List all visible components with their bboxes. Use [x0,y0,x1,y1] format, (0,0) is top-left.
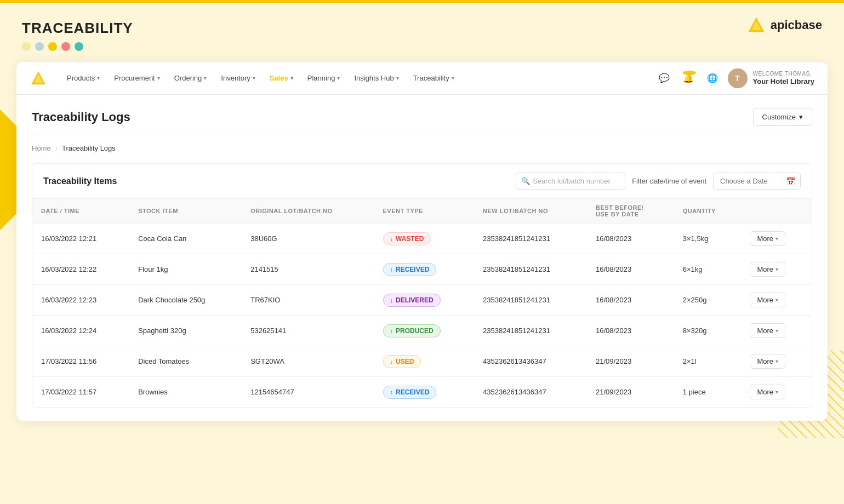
event-badge-4: ↓ USED [383,355,421,368]
cell-best-before-5: 21/09/2023 [587,377,674,408]
col-actions [741,199,812,224]
cell-quantity-5: 1 piece [674,377,742,408]
cell-quantity-3: 8×320g [674,316,742,346]
search-input[interactable] [516,173,625,190]
table-header-row: Traceability Items 🔍 Filter date/time of… [32,164,812,199]
col-new-lot: NEW LOT/BATCH NO [474,199,587,224]
date-input[interactable] [713,173,801,190]
notification-badge [683,71,696,75]
cell-event-type-5: ↑ RECEIVED [374,377,474,408]
badge-arrow-3: ↑ [390,328,394,334]
dot-1 [22,42,31,51]
more-button-1[interactable]: More ▾ [750,262,785,277]
col-original-lot: ORIGINAL LOT/BATCH NO [242,199,374,224]
cell-original-lot-0: 38U60G [242,224,374,254]
nav-item-insights-hub[interactable]: Insights Hub ▾ [347,70,405,87]
more-label-0: More [757,234,773,243]
more-chevron-3: ▾ [775,328,778,334]
nav-logo-icon [30,70,47,87]
event-badge-5: ↑ RECEIVED [383,386,437,399]
nav-label-sales: Sales [270,74,288,82]
cell-best-before-1: 16/08/2023 [587,254,674,285]
nav-label-procurement: Procurement [114,74,155,82]
table-head: DATE / TIME STOCK ITEM ORIGINAL LOT/BATC… [32,199,812,224]
nav-item-ordering[interactable]: Ordering ▾ [168,70,214,87]
more-button-0[interactable]: More ▾ [750,231,785,246]
col-quantity: QUANTITY [674,199,742,224]
customize-chevron: ▾ [799,113,803,121]
event-badge-2: ↓ DELIVERED [383,294,441,307]
more-label-1: More [757,265,773,273]
apicbase-brand-name: apicbase [771,18,822,32]
cell-date-time-4: 17/03/2022 11:56 [32,346,129,377]
cell-original-lot-5: 12154654747 [242,377,374,408]
customize-button[interactable]: Customize ▾ [753,108,812,126]
cell-event-type-3: ↑ PRODUCED [374,316,474,346]
event-badge-0: ↓ WASTED [383,232,431,245]
user-info[interactable]: T WELCOME THOMAS, Your Hotel Library [728,68,814,88]
dot-5 [75,42,83,51]
cell-more-1: More ▾ [741,254,812,285]
cell-more-3: More ▾ [741,316,812,346]
nav-right: 💬 🔔 🌐 T WELCOME THOMAS, Your Hotel Libra… [655,68,814,88]
dot-4 [61,42,70,51]
cell-more-4: More ▾ [741,346,812,377]
more-label-3: More [757,327,773,335]
apicbase-logo-icon [746,15,766,35]
more-button-3[interactable]: More ▾ [750,323,785,338]
nav-item-inventory[interactable]: Inventory ▾ [214,70,261,87]
badge-arrow-2: ↓ [390,297,394,303]
nav-item-procurement[interactable]: Procurement ▾ [107,70,166,87]
more-button-5[interactable]: More ▾ [750,385,785,399]
breadcrumb-current: Traceability Logs [62,144,116,152]
globe-icon: 🌐 [707,73,718,83]
cell-quantity-0: 3×1,5kg [674,224,742,254]
cell-date-time-3: 16/03/2022 12:24 [32,316,129,346]
customize-label: Customize [762,113,796,121]
cell-original-lot-4: SGT20WA [242,346,374,377]
chevron-inventory: ▾ [253,75,255,81]
chat-icon-btn[interactable]: 💬 [655,70,673,87]
table-header-row-cols: DATE / TIME STOCK ITEM ORIGINAL LOT/BATC… [32,199,812,224]
search-icon: 🔍 [521,177,530,185]
cell-quantity-4: 2×1l [674,346,742,377]
nav-label-planning: Planning [307,74,335,82]
page-header: TRACEABILITY [0,3,844,62]
cell-stock-item-2: Dark Chocolate 250g [129,285,242,316]
table-row: 17/03/2022 11:56 Diced Tomatoes SGT20WA … [32,346,812,377]
more-button-2[interactable]: More ▾ [750,293,785,307]
chevron-products: ▾ [97,75,100,81]
chevron-sales: ▾ [290,75,293,81]
dot-3 [48,42,57,51]
main-card: Products ▾ Procurement ▾ Ordering ▾ Inve… [16,62,828,421]
badge-arrow-5: ↑ [390,389,394,396]
cell-date-time-5: 17/03/2022 11:57 [32,377,129,408]
nav-item-sales[interactable]: Sales ▾ [263,70,300,87]
nav-item-traceability[interactable]: Traceability ▾ [407,70,461,87]
more-button-4[interactable]: More ▾ [750,354,785,369]
cell-quantity-1: 6×1kg [674,254,742,285]
cell-stock-item-1: Flour 1kg [129,254,242,285]
globe-icon-btn[interactable]: 🌐 [704,70,721,87]
cell-event-type-1: ↑ RECEIVED [374,254,474,285]
date-input-wrap: 📅 [713,173,801,190]
chevron-insights-hub: ▾ [396,75,399,81]
nav-item-products[interactable]: Products ▾ [60,70,106,87]
cell-best-before-2: 16/08/2023 [587,285,674,316]
nav-item-planning[interactable]: Planning ▾ [301,70,347,87]
cell-stock-item-4: Diced Tomatoes [129,346,242,377]
notification-icon-btn[interactable]: 🔔 [680,70,697,87]
cell-new-lot-3: 23538241851241231 [474,316,587,346]
cell-stock-item-3: Spaghetti 320g [129,316,242,346]
badge-arrow-1: ↑ [390,266,394,273]
page-content: Traceability Logs Customize ▾ Home › Tra… [16,95,828,421]
cell-quantity-2: 2×250g [674,285,742,316]
page-heading: Traceability Logs [32,110,130,124]
cell-stock-item-5: Brownies [129,377,242,408]
cell-more-5: More ▾ [741,377,812,408]
cell-new-lot-5: 4352362613436347 [474,377,587,408]
breadcrumb-home[interactable]: Home [32,144,51,152]
cell-new-lot-0: 23538241851241231 [474,224,587,254]
user-hotel: Your Hotel Library [753,77,814,87]
cell-more-2: More ▾ [741,285,812,316]
